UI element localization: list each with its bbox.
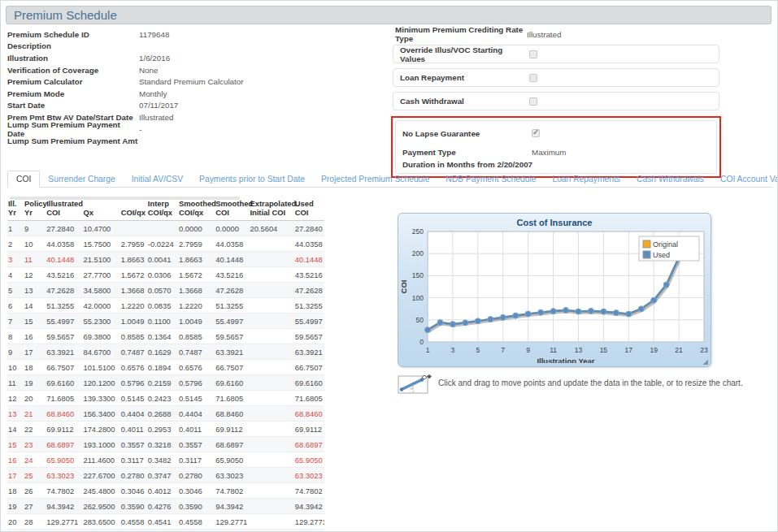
table-cell: 0.3557 [120,437,147,452]
table-row[interactable]: 61451.325542.00001.22200.08351.222051.32… [7,298,324,314]
svg-text:Original: Original [653,240,678,249]
table-cell: 7 [7,314,24,329]
table-cell: 71.6805 [215,391,249,406]
svg-text:100: 100 [412,294,424,302]
table-cell: 71.6805 [294,391,324,406]
table-cell [249,267,293,283]
chart-resize-handle[interactable] [702,358,708,365]
checkbox-panel: Loan Repayment [393,68,719,87]
table-row[interactable]: 152368.6897193.10000.35570.32180.355768.… [7,437,324,452]
table-row[interactable]: 172563.3023227.67000.27800.37470.278063.… [7,468,324,483]
no-lapse-guarantee-checkbox[interactable] [532,129,540,137]
field-row: Lump Sum Premium Payment Amt [7,135,381,147]
svg-text:21: 21 [675,346,683,354]
table-cell: 0.1364 [147,329,178,344]
table-row[interactable]: 91763.392184.67000.74870.16290.748763.39… [7,344,324,360]
field-row: Verification of CoverageNone [7,64,381,76]
tab-coi-account-value[interactable]: COI Account Value [712,171,778,187]
table-cell: 20 [24,391,46,406]
table-cell: 27.7700 [82,267,120,283]
tab-loan-repayments[interactable]: Loan Repayments [544,171,628,187]
table-cell: 120.1200 [82,375,120,391]
table-cell: 66.7507 [46,360,82,375]
table-cell: 1 [7,221,24,236]
tab-cash-withdrawals[interactable]: Cash Withdrawals [628,171,712,187]
table-cell: 0.4806 [147,530,178,532]
checkbox[interactable] [529,50,537,58]
table-row[interactable]: 162465.9050211.46000.31170.34820.311765.… [7,452,324,468]
header-line2: COI/qx [121,209,146,218]
table-cell: 13 [7,406,24,422]
field-row-duration-in-months: Duration in Months from 2/20/2007 [402,158,716,170]
table-cell: 245.4800 [82,483,120,499]
table-cell: 129.2771 [294,514,324,530]
table-row[interactable]: 2129190.8792306.99000.62180.48060.621819… [7,530,324,532]
table-cell: 44.0358 [215,236,249,252]
table-cell: 0.4558 [178,514,215,530]
svg-text:☝: ☝ [409,384,415,395]
table-row[interactable]: 2028129.2771283.65000.45580.45410.455812… [7,514,324,530]
svg-text:3: 3 [451,346,455,354]
table-row[interactable]: 21044.035815.75002.7959-0.02242.795944.0… [7,236,324,252]
table-cell: 25 [24,468,46,483]
table-cell [249,530,293,532]
table-row[interactable]: 31140.144821.51001.86630.00411.866340.14… [7,252,324,267]
table-cell: 211.4600 [82,452,120,468]
table-row[interactable]: 41243.521627.77001.56720.03061.567243.52… [7,267,324,283]
header-line2: Initial COI [250,209,292,218]
field-value: Standard Premium Calculator [139,77,244,86]
table-cell: 0.3117 [178,452,215,468]
table-row[interactable]: 1927.284010.47000.00000.000020.560427.28… [7,221,324,236]
table-cell: 12 [24,267,46,283]
tab-projected-premium-schedule[interactable]: Projected Premium Schedule [313,171,437,187]
table-row[interactable]: 142269.9112174.28000.40110.29530.401169.… [7,422,324,437]
coi-chart-panel[interactable]: Cost of Insurance 0501001502002501357911… [398,213,711,367]
table-cell: 0.3218 [147,437,178,452]
table-row[interactable]: 111969.6160120.12000.57960.21590.579669.… [7,375,324,391]
tab-initial-av-csv[interactable]: Initial AV/CSV [124,171,191,187]
table-row[interactable]: 101866.7507101.51000.65760.18940.657666.… [7,360,324,375]
tab-payments-prior-to-start-date[interactable]: Payments prior to Start Date [191,171,313,187]
table-cell: 10.4700 [82,221,120,236]
field-label: Verification of Coverage [7,66,139,75]
table-cell: 0.2159 [147,375,178,391]
table-row[interactable]: 192794.3942262.95000.35900.42760.359094.… [7,499,324,514]
table-row[interactable]: 132168.8460156.34000.44040.26880.440468.… [7,406,324,422]
table-cell: 68.8460 [294,406,324,422]
table-cell [249,483,293,499]
tab-surrender-charge[interactable]: Surrender Charge [40,171,123,187]
table-row[interactable]: 71555.499755.23001.00490.11001.004955.49… [7,314,324,329]
table-cell: 1.3668 [120,283,147,298]
field-row: Lump Sum Premium Payment Date- [7,123,381,136]
table-cell: 306.9900 [82,530,120,532]
tab-ndb-payment-schedule[interactable]: NDB Payment Schedule [437,171,544,187]
table-cell: 40.1448 [215,252,249,267]
coi-line-chart[interactable]: 0501001502002501357911131517192123Illust… [398,228,711,363]
checkbox-panel: Override Illus/VOC Starting Values [393,45,719,63]
table-cell: 40.1448 [46,252,82,267]
table-cell: 227.6700 [82,468,120,483]
field-value: 1179648 [139,30,169,39]
checkbox-panels: Override Illus/VOC Starting ValuesLoan R… [391,45,721,110]
table-row[interactable]: 122071.6805139.33000.51450.24230.514571.… [7,391,324,406]
table-cell: 13 [24,283,46,298]
field-label: Illustration [7,54,139,63]
table-cell: 0.3046 [178,483,215,499]
table-cell [249,329,293,344]
table-cell: 55.4997 [294,314,324,329]
field-label: Loan Repayment [400,73,529,82]
tab-coi[interactable]: COI [7,171,40,188]
header-line1: Illustrated [46,200,80,209]
svg-text:0: 0 [419,338,424,346]
table-row[interactable]: 182674.7802245.48000.30460.40120.304674.… [7,483,324,499]
table-cell: 129.2771 [46,514,82,530]
checkbox[interactable] [529,97,537,106]
table-row[interactable]: 51347.262834.58001.36680.05701.366847.26… [7,283,324,298]
table-cell: 19 [24,375,46,391]
table-cell: 94.3942 [215,499,249,514]
field-value: 1/6/2016 [139,54,170,63]
table-cell: 20 [7,514,24,530]
table-row[interactable]: 81659.565769.38000.85850.13640.858559.56… [7,329,324,344]
checkbox[interactable] [529,74,537,82]
premium-schedule-page: Premium Schedule Premium Schedule ID1179… [0,0,778,532]
